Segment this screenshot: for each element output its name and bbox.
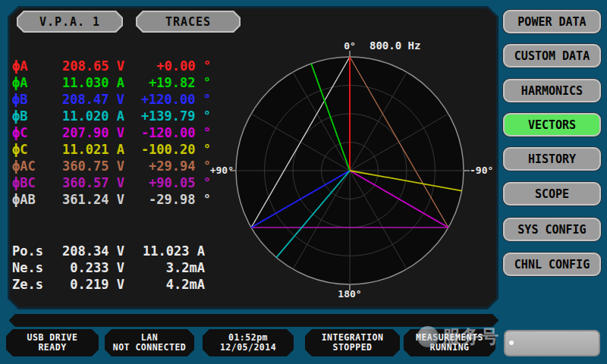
status-line2: 12/05/2014	[203, 343, 294, 353]
vpa-select-button[interactable]: V.P.A. 1	[17, 11, 123, 33]
sidebar-item-history[interactable]: HISTORY	[503, 147, 601, 171]
status-line2: READY	[6, 343, 99, 353]
polar-label-minus90deg: -90°	[470, 165, 502, 176]
traces-button-label: TRACES	[165, 15, 211, 29]
sequence-row-zero: Ze.s 0.219 V 4.2mA	[12, 276, 206, 293]
sequence-label: Ze.s	[12, 276, 49, 293]
phasor-row-b-voltage: ϕB 208.47 V +120.00 °	[12, 91, 211, 108]
phasor-angle: +90.05 °	[124, 174, 211, 191]
sequence-row-positive: Po.s 208.34 V 11.023 A	[12, 243, 206, 259]
sequence-current: 11.023 A	[124, 243, 205, 259]
phasor-value: 360.75 V	[49, 158, 124, 174]
phasor-value: 361.24 V	[49, 191, 124, 208]
vpa-button-label: V.P.A. 1	[39, 15, 100, 29]
polar-label-0deg: 0°	[339, 40, 360, 52]
sidebar-item-scope[interactable]: SCOPE	[503, 182, 601, 206]
phasor-row-c-current: ϕC 11.021 A -100.20 °	[12, 141, 211, 158]
phasor-label: ϕC	[12, 124, 49, 141]
phasor-row-b-current: ϕB 11.020 A +139.79 °	[12, 108, 211, 124]
phasor-label: ϕAC	[12, 158, 49, 174]
sidebar-item-custom-data[interactable]: CUSTOM DATA	[503, 44, 601, 67]
status-line2: NOT CONNECTED	[105, 343, 194, 353]
sequence-voltage: 208.34 V	[49, 243, 124, 259]
phasor-row-a-voltage: ϕA 208.65 V +0.00 °	[12, 58, 211, 74]
sequence-label: Po.s	[12, 243, 49, 259]
phasor-angle: -100.20 °	[124, 141, 211, 158]
sequence-current: 4.2mA	[124, 276, 205, 293]
phasor-angle: +0.00 °	[124, 58, 211, 74]
status-lan[interactable]: LAN NOT CONNECTED	[105, 329, 194, 356]
sidebar-item-harmonics[interactable]: HARMONICS	[503, 79, 601, 102]
status-measurements[interactable]: MEASUREMENTS RUNNING	[404, 329, 495, 356]
vpa-select-button-face: V.P.A. 1	[18, 12, 121, 31]
frequency-readout: 800.0 Hz	[370, 39, 420, 52]
phasor-angle: -120.00 °	[124, 124, 211, 141]
sequence-label: Ne.s	[12, 259, 49, 276]
status-line2: RUNNING	[404, 343, 495, 353]
status-usb-drive[interactable]: USB DRIVE READY	[6, 329, 99, 356]
phasor-row-ac: ϕAC 360.75 V +29.94 °	[12, 158, 211, 174]
sidebar-item-vectors[interactable]: VECTORS	[503, 113, 601, 136]
phasor-label: ϕC	[12, 141, 49, 158]
sequence-current: 3.2mA	[124, 259, 205, 276]
sidebar-item-chnl-config[interactable]: CHNL CONFIG	[503, 253, 601, 276]
phasor-value: 11.020 A	[49, 108, 124, 124]
phasor-value: 11.021 A	[49, 141, 124, 158]
polar-label-180deg: 180°	[335, 288, 365, 300]
blank-softkey-button[interactable]	[504, 330, 600, 356]
phasor-label: ϕB	[12, 108, 49, 124]
status-date-time[interactable]: 01:52pm 12/05/2014	[203, 329, 294, 356]
phasor-value: 208.65 V	[49, 58, 124, 74]
softkey-bar	[9, 314, 498, 327]
phasor-angle: +29.94 °	[124, 158, 211, 174]
led-indicator-icon	[509, 340, 514, 345]
phasor-label: ϕBC	[12, 174, 49, 191]
sequence-voltage: 0.233 V	[49, 259, 124, 276]
traces-button-face: TRACES	[137, 12, 239, 31]
status-integration[interactable]: INTEGRATION STOPPED	[305, 329, 400, 356]
phasor-angle: +19.82 °	[124, 74, 211, 91]
phasor-value: 11.030 A	[49, 74, 124, 91]
phasor-row-a-current: ϕA 11.030 A +19.82 °	[12, 74, 211, 91]
phasor-label: ϕAB	[12, 191, 49, 208]
power-analyzer-screen: V.P.A. 1 TRACES ϕA 208.65 V +0.00 ° ϕA 1…	[0, 0, 607, 364]
phasor-label: ϕA	[12, 74, 49, 91]
sequence-voltage: 0.219 V	[49, 276, 124, 293]
sequence-row-negative: Ne.s 0.233 V 3.2mA	[12, 259, 206, 276]
traces-button[interactable]: TRACES	[136, 11, 241, 33]
phasor-value: 207.90 V	[49, 124, 124, 141]
status-line2: STOPPED	[305, 343, 400, 353]
phasor-table: ϕA 208.65 V +0.00 ° ϕA 11.030 A +19.82 °…	[12, 58, 211, 208]
sequence-table: Po.s 208.34 V 11.023 A Ne.s 0.233 V 3.2m…	[12, 243, 206, 293]
phasor-angle: +120.00 °	[124, 91, 211, 108]
sidebar-item-sys-config[interactable]: SYS CONFIG	[503, 218, 601, 241]
phasor-label: ϕA	[12, 58, 49, 74]
phasor-row-c-voltage: ϕC 207.90 V -120.00 °	[12, 124, 211, 141]
sidebar-item-power-data[interactable]: POWER DATA	[503, 10, 601, 33]
phasor-label: ϕB	[12, 91, 49, 108]
phasor-value: 208.47 V	[49, 91, 124, 108]
phasor-row-bc: ϕBC 360.57 V +90.05 °	[12, 174, 211, 191]
polar-label-plus90deg: +90°	[203, 165, 234, 176]
phasor-row-ab: ϕAB 361.24 V -29.98 °	[12, 191, 211, 208]
phasor-angle: +139.79 °	[124, 108, 211, 124]
phasor-angle: -29.98 °	[124, 191, 211, 208]
phasor-value: 360.57 V	[49, 174, 124, 191]
